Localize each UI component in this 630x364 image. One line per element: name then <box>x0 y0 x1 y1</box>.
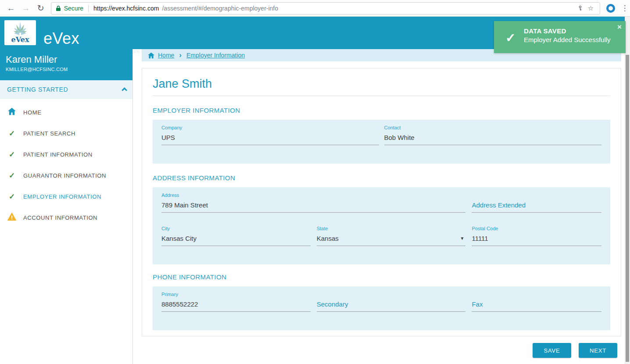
url-path: /assessment/#/demographic-employer-info <box>162 5 574 12</box>
lock-icon <box>56 5 61 11</box>
city-label: City <box>161 226 311 232</box>
phone-section-heading: PHONE INFORMATION <box>153 273 610 281</box>
city-field: City <box>161 226 311 246</box>
contact-label: Contact <box>384 125 602 132</box>
primary-phone-field: Primary <box>161 292 311 312</box>
url-domain: https://evex.hcfsinc.com <box>93 5 159 12</box>
address-extended-input[interactable] <box>472 199 601 213</box>
check-icon: ✓ <box>7 192 17 201</box>
sidebar: Karen Miller KMILLER@HCFSINC.COM GETTING… <box>0 49 133 364</box>
fax-input[interactable] <box>472 298 601 312</box>
contact-input[interactable] <box>384 132 602 145</box>
form-actions: SAVE NEXT <box>142 343 621 358</box>
profile-avatar[interactable] <box>606 4 615 13</box>
patient-name-title: Jane Smith <box>153 77 610 91</box>
fax-field <box>472 292 601 312</box>
browser-back-button[interactable]: ← <box>4 2 18 15</box>
key-icon[interactable] <box>577 5 583 11</box>
scrollbar-track[interactable] <box>625 17 630 364</box>
address-section-heading: ADDRESS INFORMATION <box>153 174 610 182</box>
sidebar-item-employer-information[interactable]: ✓ EMPLOYER INFORMATION <box>0 186 132 207</box>
omnibox-divider <box>88 5 89 12</box>
state-label: State <box>317 226 466 232</box>
postal-code-label: Postal Code <box>472 226 601 232</box>
postal-code-input[interactable] <box>472 232 601 246</box>
home-icon <box>7 107 17 117</box>
save-button[interactable]: SAVE <box>533 343 571 358</box>
chevron-up-icon <box>122 87 127 93</box>
company-field: Company <box>161 125 379 145</box>
check-icon: ✓ <box>7 150 17 159</box>
secondary-phone-input[interactable] <box>317 298 466 312</box>
browser-toolbar: ← → ↻ Secure https://evex.hcfsinc.com /a… <box>0 0 630 17</box>
sidebar-item-patient-information[interactable]: ✓ PATIENT INFORMATION <box>0 144 132 165</box>
security-label: Secure <box>64 5 83 12</box>
city-input[interactable] <box>161 232 311 246</box>
toast-check-icon: ✓ <box>505 31 515 45</box>
address-panel: Address City State ▼ Postal Code <box>153 187 610 264</box>
postal-code-field: Postal Code <box>472 226 601 246</box>
address-field: Address <box>161 193 465 213</box>
sidebar-item-home[interactable]: HOME <box>0 102 132 123</box>
toast-close-icon[interactable]: × <box>617 23 622 32</box>
contact-field: Contact <box>384 125 602 145</box>
user-email: KMILLER@HCFSINC.COM <box>6 67 127 72</box>
address-extended-field <box>472 193 601 213</box>
evex-logo: eVex <box>4 20 36 45</box>
browser-forward-button[interactable]: → <box>18 2 33 15</box>
data-saved-toast: ✓ DATA SAVED Employer Added Successfully… <box>494 21 626 53</box>
logo-text: eVex <box>11 36 29 44</box>
employer-form-card: Jane Smith EMPLOYER INFORMATION Company … <box>142 68 621 336</box>
brand-title: eVex <box>43 29 79 48</box>
bookmark-star-icon[interactable]: ☆ <box>586 4 595 12</box>
state-select[interactable] <box>317 232 466 246</box>
sidebar-item-guarantor-information[interactable]: ✓ GUARANTOR INFORMATION <box>0 165 132 186</box>
address-label: Address <box>161 193 465 199</box>
sidebar-nav: HOME ✓ PATIENT SEARCH ✓ PATIENT INFORMAT… <box>0 99 132 228</box>
secondary-phone-field <box>317 292 466 312</box>
address-bar[interactable]: Secure https://evex.hcfsinc.com /assessm… <box>51 2 600 14</box>
company-input[interactable] <box>161 132 379 145</box>
user-block: Karen Miller KMILLER@HCFSINC.COM <box>0 49 132 80</box>
warning-icon <box>7 213 17 222</box>
phone-panel: Primary <box>153 286 610 330</box>
company-label: Company <box>161 125 379 132</box>
browser-refresh-button[interactable]: ↻ <box>33 2 48 15</box>
toast-title: DATA SAVED <box>524 27 611 35</box>
browser-menu-icon[interactable]: ⋮ <box>619 4 630 13</box>
breadcrumb-current-link[interactable]: Employer Information <box>186 52 245 59</box>
primary-phone-label: Primary <box>161 292 311 298</box>
breadcrumb-home-link[interactable]: Home <box>158 52 174 59</box>
breadcrumb-home-icon <box>147 52 155 59</box>
getting-started-section-toggle[interactable]: GETTING STARTED <box>0 80 132 99</box>
sidebar-item-patient-search[interactable]: ✓ PATIENT SEARCH <box>0 123 132 144</box>
employer-section-heading: EMPLOYER INFORMATION <box>153 107 610 114</box>
state-field: State ▼ <box>317 226 466 246</box>
employer-panel: Company Contact <box>153 120 610 164</box>
primary-phone-input[interactable] <box>161 298 311 312</box>
dropdown-arrow-icon: ▼ <box>460 236 465 241</box>
address-input[interactable] <box>161 199 465 213</box>
sidebar-item-account-information[interactable]: ACCOUNT INFORMATION <box>0 207 132 228</box>
check-icon: ✓ <box>7 129 17 138</box>
section-label: GETTING STARTED <box>7 86 68 93</box>
check-icon: ✓ <box>7 171 17 180</box>
title-divider <box>153 96 610 96</box>
chevron-right-icon: › <box>179 51 182 60</box>
user-name: Karen Miller <box>6 54 127 65</box>
toast-message: Employer Added Successfully <box>524 36 611 43</box>
scrollbar-thumb[interactable] <box>626 55 629 362</box>
next-button[interactable]: NEXT <box>579 343 617 358</box>
